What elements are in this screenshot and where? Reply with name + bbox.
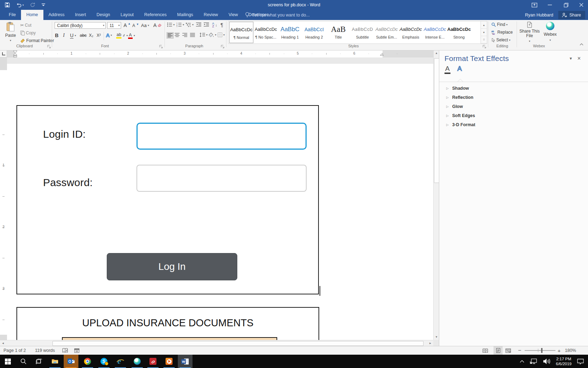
tell-me-box[interactable]: Tell me what you want to do... [245,10,310,20]
vertical-scroll-thumb[interactable] [434,58,439,183]
action-center-icon[interactable] [577,359,584,364]
web-layout-view-button[interactable] [505,346,511,355]
zoom-in-button[interactable]: + [558,346,561,355]
internet-explorer-button[interactable]: e [113,355,128,368]
change-case-button[interactable]: Aa▾ [141,23,149,28]
font-color-button[interactable]: A▾ [128,32,135,39]
scroll-right-button[interactable]: ► [427,340,433,346]
style-strong[interactable]: AaBbCcDcStrong [447,22,471,42]
pane-options-arrow[interactable]: ▾ [569,56,572,61]
style-subtle-em[interactable]: AaBbCcDcSubtle Em... [375,22,398,42]
zoom-out-button[interactable]: − [518,346,521,355]
font-size-combobox[interactable]: 11▾ [107,22,121,29]
style-title[interactable]: AaBTitle [327,22,350,42]
tab-address[interactable]: Address [43,10,70,20]
text-effects-tab[interactable]: A [457,65,463,74]
align-right-button[interactable] [182,33,187,37]
pane-section-shadow[interactable]: ▷Shadow [446,84,469,93]
multilevel-list-button[interactable]: ▾ [186,22,194,27]
gallery-scroll-up-button[interactable]: ▲ [481,21,487,29]
upload-filename-bar[interactable] [62,337,277,340]
word-count[interactable]: 119 words [35,346,55,355]
vertical-scrollbar[interactable]: ▲ ▼ [433,50,439,340]
paste-dropdown-arrow[interactable]: ▾ [10,39,11,42]
page-indicator[interactable]: Page 1 of 2 [4,346,26,355]
customize-qat-button[interactable] [42,3,45,7]
tab-insert[interactable]: Insert [70,10,91,20]
share-this-file-button[interactable]: Share This File ▾ [519,22,540,43]
signed-in-user[interactable]: Ryan Hubbard [525,13,553,18]
justify-button[interactable] [190,33,195,37]
shading-button[interactable]: ▾ [209,33,216,37]
borders-button[interactable]: ▾ [218,33,225,37]
find-button[interactable]: Find▾ [491,22,507,27]
share-button[interactable]: Share [558,11,585,19]
align-center-button[interactable] [175,33,180,37]
minimize-button[interactable] [544,0,556,10]
highlight-color-button[interactable]: ab ▾ [116,32,128,39]
superscript-button[interactable]: X² [97,33,101,38]
document-canvas[interactable]: Login ID: Password: Log In UPLOAD INSURA… [7,57,433,340]
bold-button[interactable]: B [55,33,58,38]
scroll-up-button[interactable]: ▲ [434,50,439,56]
zoom-percentage[interactable]: 180% [565,346,576,355]
scroll-left-button[interactable]: ◄ [0,340,6,346]
task-view-button[interactable] [31,355,46,368]
italic-button[interactable]: I [63,33,65,38]
tab-view[interactable]: View [223,10,243,20]
scroll-down-button[interactable]: ▼ [434,334,439,340]
webex-taskbar-button[interactable] [130,355,145,368]
tab-file[interactable]: File [4,10,21,20]
collapse-ribbon-button[interactable] [580,43,583,46]
paragraph-dialog-launcher[interactable] [220,45,225,49]
restore-button[interactable] [560,0,572,10]
login-id-input[interactable] [136,123,307,150]
share-this-file-dropdown[interactable]: ▾ [529,40,530,43]
start-button[interactable] [0,355,15,368]
webex-dropdown[interactable]: ▾ [550,39,551,42]
taskbar-clock[interactable]: 2:17 PM 6/6/2019 [556,356,572,366]
grow-font-button[interactable]: A▲ [124,22,131,28]
password-input[interactable] [136,165,307,192]
volume-icon[interactable] [543,359,550,364]
horizontal-scroll-thumb[interactable] [52,341,424,346]
pane-section-reflection[interactable]: ▷Reflection [446,93,473,102]
paste-button[interactable]: Paste ▾ [3,22,18,42]
horizontal-ruler[interactable]: 123456 [7,50,433,57]
copy-button[interactable]: Copy [20,30,36,35]
save-icon[interactable] [5,2,10,7]
pane-section-soft-edges[interactable]: ▷Soft Edges [446,111,475,120]
shrink-font-button[interactable]: A▼ [132,23,139,28]
sort-button[interactable]: AZ ↓ [212,22,217,28]
webex-button[interactable]: Webex ▾ [541,22,559,43]
document-page[interactable]: Login ID: Password: Log In UPLOAD INSURA… [7,64,433,340]
close-button[interactable] [575,0,587,10]
align-left-button[interactable] [167,32,174,39]
print-layout-view-button[interactable] [493,346,503,355]
undo-dropdown-arrow[interactable]: ▾ [22,4,24,7]
gallery-expand-button[interactable]: ⍗ [481,36,487,43]
media-player-button[interactable] [162,355,176,368]
vertical-ruler[interactable]: 123 [0,57,7,340]
pane-section-glow[interactable]: ▷Glow [446,102,463,111]
outlook-button[interactable]: O [64,355,78,368]
replace-button[interactable]: abac Replace [491,30,513,35]
hidden-icons-chevron[interactable] [520,360,524,363]
zoom-slider-track[interactable] [525,350,555,351]
style-heading-1[interactable]: AaBbCHeading 1 [278,22,302,42]
clear-formatting-button[interactable]: A [153,22,162,28]
cut-button[interactable]: ✂ Cut [20,23,31,28]
tab-home[interactable]: Home [21,10,43,20]
network-icon[interactable] [530,359,538,364]
skype-button[interactable]: S [97,355,111,368]
increase-indent-button[interactable] [204,22,209,27]
indent-markers[interactable] [12,50,19,57]
line-spacing-button[interactable]: ▾ [200,33,208,37]
proofing-status-icon[interactable] [62,346,68,355]
decrease-indent-button[interactable] [196,22,201,27]
pane-section-3-d-format[interactable]: ▷3-D Format [446,120,475,129]
taskbar-search-button[interactable] [16,355,31,368]
text-effects-button[interactable]: A▾ [106,32,112,38]
pane-close-icon[interactable]: ✕ [577,56,581,61]
tab-mailings[interactable]: Mailings [172,10,198,20]
